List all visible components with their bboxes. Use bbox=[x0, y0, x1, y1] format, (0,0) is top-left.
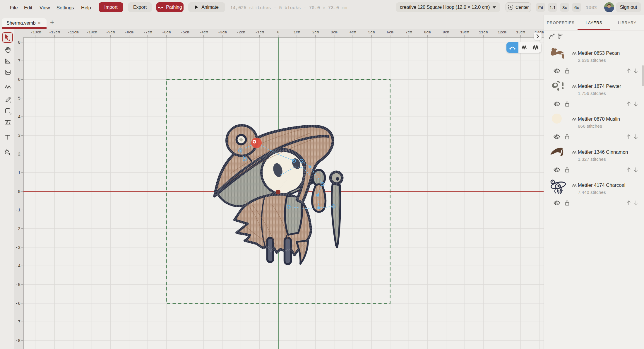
svg-text:-1: -1 bbox=[16, 208, 20, 213]
svg-text:13cm: 13cm bbox=[516, 30, 525, 35]
svg-text:-1cm: -1cm bbox=[255, 30, 264, 35]
svg-text:4cm: 4cm bbox=[350, 30, 356, 35]
svg-text:-8cm: -8cm bbox=[125, 30, 133, 35]
svg-text:-7: -7 bbox=[16, 320, 20, 324]
svg-text:7: 7 bbox=[18, 59, 20, 64]
svg-text:12cm: 12cm bbox=[498, 30, 506, 35]
svg-text:-6: -6 bbox=[16, 301, 20, 306]
svg-text:-3: -3 bbox=[16, 245, 20, 250]
svg-text:-2: -2 bbox=[16, 227, 20, 231]
svg-text:11cm: 11cm bbox=[479, 30, 488, 35]
svg-text:-2cm: -2cm bbox=[237, 30, 245, 35]
svg-text:5cm: 5cm bbox=[368, 30, 375, 35]
svg-text:-8: -8 bbox=[16, 338, 20, 343]
svg-text:3: 3 bbox=[18, 133, 20, 138]
svg-text:6cm: 6cm bbox=[387, 30, 393, 35]
svg-text:0: 0 bbox=[277, 30, 280, 35]
svg-text:5: 5 bbox=[18, 96, 20, 101]
svg-text:-5: -5 bbox=[16, 283, 20, 287]
svg-text:-12cm: -12cm bbox=[49, 30, 60, 35]
svg-text:2: 2 bbox=[18, 152, 20, 157]
svg-text:-10cm: -10cm bbox=[86, 30, 97, 35]
svg-text:-11cm: -11cm bbox=[68, 30, 79, 35]
svg-text:3cm: 3cm bbox=[331, 30, 338, 35]
svg-text:-6cm: -6cm bbox=[162, 30, 171, 35]
svg-text:-3cm: -3cm bbox=[218, 30, 227, 35]
svg-text:6: 6 bbox=[18, 77, 20, 82]
svg-text:1cm: 1cm bbox=[294, 30, 300, 35]
svg-text:1: 1 bbox=[18, 171, 20, 175]
svg-text:7cm: 7cm bbox=[405, 30, 412, 35]
svg-text:-13cm: -13cm bbox=[30, 30, 42, 35]
svg-text:10cm: 10cm bbox=[460, 30, 469, 35]
svg-text:-4: -4 bbox=[16, 264, 20, 268]
svg-text:9cm: 9cm bbox=[443, 30, 450, 35]
svg-text:-5cm: -5cm bbox=[181, 30, 189, 35]
svg-text:2cm: 2cm bbox=[312, 30, 319, 35]
svg-text:4: 4 bbox=[18, 115, 20, 119]
svg-text:-7cm: -7cm bbox=[143, 30, 152, 35]
svg-text:0: 0 bbox=[18, 189, 20, 194]
svg-text:-9cm: -9cm bbox=[106, 30, 115, 35]
svg-text:-4cm: -4cm bbox=[199, 30, 208, 35]
svg-text:8: 8 bbox=[18, 40, 20, 45]
svg-text:8cm: 8cm bbox=[424, 30, 431, 35]
